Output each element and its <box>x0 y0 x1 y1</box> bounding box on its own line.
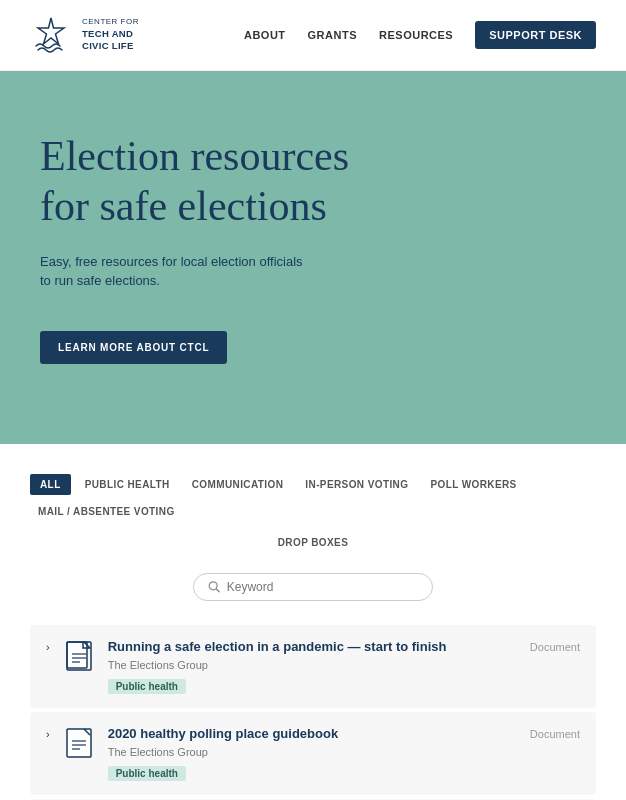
svg-line-2 <box>216 589 219 592</box>
nav-about[interactable]: ABOUT <box>244 29 286 41</box>
logo-icon <box>30 14 72 56</box>
resource-title: 2020 healthy polling place guidebook <box>108 726 518 743</box>
resource-item: › Running a safe election in a pandemic … <box>30 625 596 708</box>
search-area <box>30 573 596 601</box>
hero-title: Election resources for safe elections <box>40 131 380 232</box>
resource-tag: Public health <box>108 766 186 781</box>
resource-content: 2020 healthy polling place guidebook The… <box>108 726 518 781</box>
resource-source: The Elections Group <box>108 659 518 671</box>
learn-more-button[interactable]: LEARN MORE ABOUT CTCL <box>40 331 227 364</box>
search-box <box>193 573 433 601</box>
filter-tab-communication[interactable]: COMMUNICATION <box>184 474 292 495</box>
resource-item: › 2020 healthy polling place guidebook T… <box>30 712 596 795</box>
search-input[interactable] <box>227 580 418 594</box>
expand-button[interactable]: › <box>46 639 50 653</box>
resource-type: Document <box>530 639 580 653</box>
resources-list: › Running a safe election in a pandemic … <box>0 625 626 800</box>
resource-type: Document <box>530 726 580 740</box>
resource-title: Running a safe election in a pandemic — … <box>108 639 518 656</box>
filter-tab-public-health[interactable]: PUBLIC HEALTH <box>77 474 178 495</box>
hero-subtitle: Easy, free resources for local election … <box>40 252 310 291</box>
filter-tab-all[interactable]: ALL <box>30 474 71 495</box>
resource-icon-document <box>62 639 96 679</box>
filter-tabs-row1: ALL PUBLIC HEALTH COMMUNICATION IN-PERSO… <box>30 474 596 522</box>
svg-marker-0 <box>38 18 64 44</box>
logo: CENTER FOR TECH AND CIVIC LIFE <box>30 14 139 56</box>
main-nav: ABOUT GRANTS RESOURCES SUPPORT DESK <box>244 21 596 49</box>
filter-tab-mail-absentee[interactable]: MAIL / ABSENTEE VOTING <box>30 501 183 522</box>
filter-tab-drop-boxes[interactable]: DROP BOXES <box>270 532 357 553</box>
resource-source: The Elections Group <box>108 746 518 758</box>
nav-grants[interactable]: GRANTS <box>308 29 357 41</box>
search-icon <box>208 580 221 594</box>
resource-content: Running a safe election in a pandemic — … <box>108 639 518 694</box>
svg-rect-3 <box>67 642 87 668</box>
resource-tag: Public health <box>108 679 186 694</box>
filter-tabs-row2: DROP BOXES <box>30 532 596 553</box>
resource-icon-document <box>62 726 96 766</box>
filter-tab-poll-workers[interactable]: POLL WORKERS <box>422 474 524 495</box>
nav-support-desk[interactable]: SUPPORT DESK <box>475 21 596 49</box>
hero-section: Election resources for safe elections Ea… <box>0 71 626 444</box>
filter-tab-in-person-voting[interactable]: IN-PERSON VOTING <box>297 474 416 495</box>
logo-text: CENTER FOR TECH AND CIVIC LIFE <box>82 17 139 52</box>
nav-resources[interactable]: RESOURCES <box>379 29 453 41</box>
site-header: CENTER FOR TECH AND CIVIC LIFE ABOUT GRA… <box>0 0 626 71</box>
expand-button[interactable]: › <box>46 726 50 740</box>
filter-section: ALL PUBLIC HEALTH COMMUNICATION IN-PERSO… <box>0 444 626 601</box>
